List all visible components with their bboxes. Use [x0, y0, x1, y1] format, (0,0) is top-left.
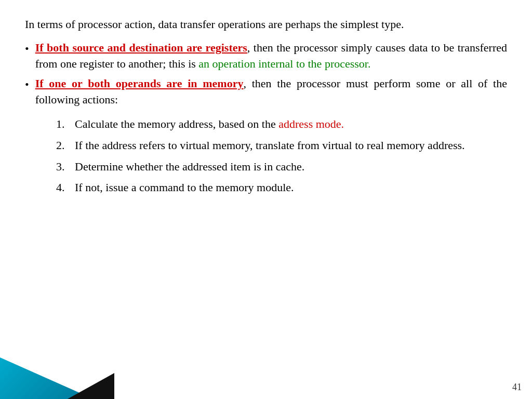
list-item-3: 3. Determine whether the addressed item … — [56, 159, 507, 175]
intro-paragraph: In terms of processor action, data trans… — [25, 17, 507, 33]
bullet-content-2: If one or both operands are in memory, t… — [35, 76, 507, 108]
bullet-1-label: If both source and destination are regis… — [35, 41, 247, 54]
black-triangle — [68, 373, 114, 399]
numbered-list: 1. Calculate the memory address, based o… — [56, 116, 507, 196]
slide-container: In terms of processor action, data trans… — [0, 0, 532, 399]
bottom-decoration — [0, 352, 114, 399]
list-num-2: 2. — [56, 138, 75, 154]
list-num-4: 4. — [56, 180, 75, 196]
list-item-4: 4. If not, issue a command to the memory… — [56, 180, 507, 196]
list-1-red: address mode. — [278, 117, 344, 130]
list-content-2: If the address refers to virtual memory,… — [75, 138, 507, 154]
bullet-1-green: an operation internal to the processor. — [198, 57, 370, 70]
bullet-2-label: If one or both operands are in memory — [35, 77, 244, 90]
bullet-dot-1: • — [25, 41, 29, 57]
list-item-2: 2. If the address refers to virtual memo… — [56, 138, 507, 154]
bullet-dot-2: • — [25, 77, 29, 93]
bullet-item-2: • If one or both operands are in memory,… — [25, 76, 507, 108]
bullet-section: • If both source and destination are reg… — [25, 40, 507, 108]
page-number: 41 — [512, 382, 522, 393]
list-num-1: 1. — [56, 116, 75, 132]
bullet-item-1: • If both source and destination are reg… — [25, 40, 507, 72]
content-area: In terms of processor action, data trans… — [25, 17, 507, 196]
list-num-3: 3. — [56, 159, 75, 175]
list-content-4: If not, issue a command to the memory mo… — [75, 180, 507, 196]
bullet-content-1: If both source and destination are regis… — [35, 40, 507, 72]
list-item-1: 1. Calculate the memory address, based o… — [56, 116, 507, 132]
list-content-3: Determine whether the addressed item is … — [75, 159, 507, 175]
list-content-1: Calculate the memory address, based on t… — [75, 116, 507, 132]
list-1-text: Calculate the memory address, based on t… — [75, 117, 276, 130]
